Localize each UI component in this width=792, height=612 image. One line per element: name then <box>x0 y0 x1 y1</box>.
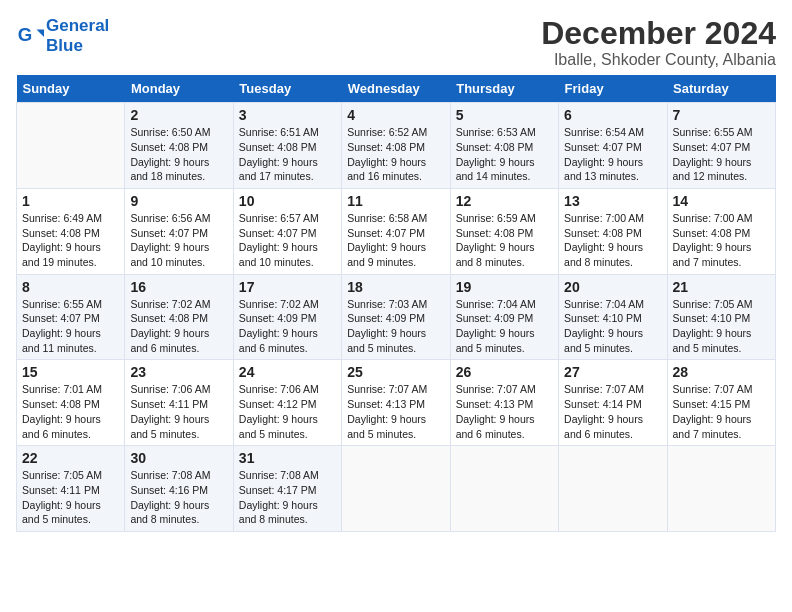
cell-text: Sunrise: 6:50 AMSunset: 4:08 PMDaylight:… <box>130 126 210 182</box>
col-thursday: Thursday <box>450 75 558 103</box>
table-cell <box>17 103 125 189</box>
day-number: 25 <box>347 364 444 380</box>
day-number: 11 <box>347 193 444 209</box>
col-sunday: Sunday <box>17 75 125 103</box>
col-wednesday: Wednesday <box>342 75 450 103</box>
table-cell: 10 Sunrise: 6:57 AMSunset: 4:07 PMDaylig… <box>233 188 341 274</box>
table-row: 22 Sunrise: 7:05 AMSunset: 4:11 PMDaylig… <box>17 446 776 532</box>
day-number: 22 <box>22 450 119 466</box>
table-cell: 17 Sunrise: 7:02 AMSunset: 4:09 PMDaylig… <box>233 274 341 360</box>
table-cell: 15 Sunrise: 7:01 AMSunset: 4:08 PMDaylig… <box>17 360 125 446</box>
cell-text: Sunrise: 7:07 AMSunset: 4:13 PMDaylight:… <box>456 383 536 439</box>
col-saturday: Saturday <box>667 75 775 103</box>
table-row: 8 Sunrise: 6:55 AMSunset: 4:07 PMDayligh… <box>17 274 776 360</box>
day-number: 5 <box>456 107 553 123</box>
table-cell <box>342 446 450 532</box>
table-cell: 13 Sunrise: 7:00 AMSunset: 4:08 PMDaylig… <box>559 188 667 274</box>
cell-text: Sunrise: 7:05 AMSunset: 4:11 PMDaylight:… <box>22 469 102 525</box>
cell-text: Sunrise: 7:07 AMSunset: 4:14 PMDaylight:… <box>564 383 644 439</box>
cell-text: Sunrise: 6:58 AMSunset: 4:07 PMDaylight:… <box>347 212 427 268</box>
day-number: 7 <box>673 107 770 123</box>
cell-text: Sunrise: 7:06 AMSunset: 4:11 PMDaylight:… <box>130 383 210 439</box>
table-cell: 31 Sunrise: 7:08 AMSunset: 4:17 PMDaylig… <box>233 446 341 532</box>
table-row: 1 Sunrise: 6:49 AMSunset: 4:08 PMDayligh… <box>17 188 776 274</box>
day-number: 10 <box>239 193 336 209</box>
header-row: Sunday Monday Tuesday Wednesday Thursday… <box>17 75 776 103</box>
cell-text: Sunrise: 7:01 AMSunset: 4:08 PMDaylight:… <box>22 383 102 439</box>
day-number: 14 <box>673 193 770 209</box>
title-block: December 2024 Iballe, Shkoder County, Al… <box>541 16 776 69</box>
svg-marker-1 <box>37 29 44 36</box>
table-row: 15 Sunrise: 7:01 AMSunset: 4:08 PMDaylig… <box>17 360 776 446</box>
table-cell: 2 Sunrise: 6:50 AMSunset: 4:08 PMDayligh… <box>125 103 233 189</box>
table-cell: 4 Sunrise: 6:52 AMSunset: 4:08 PMDayligh… <box>342 103 450 189</box>
cell-text: Sunrise: 6:57 AMSunset: 4:07 PMDaylight:… <box>239 212 319 268</box>
table-cell: 5 Sunrise: 6:53 AMSunset: 4:08 PMDayligh… <box>450 103 558 189</box>
col-monday: Monday <box>125 75 233 103</box>
logo: G General Blue <box>16 16 109 55</box>
logo-line2: Blue <box>46 36 109 56</box>
table-cell: 7 Sunrise: 6:55 AMSunset: 4:07 PMDayligh… <box>667 103 775 189</box>
main-container: G General Blue December 2024 Iballe, Shk… <box>0 0 792 540</box>
svg-text:G: G <box>18 23 33 44</box>
day-number: 6 <box>564 107 661 123</box>
cell-text: Sunrise: 6:49 AMSunset: 4:08 PMDaylight:… <box>22 212 102 268</box>
table-cell: 12 Sunrise: 6:59 AMSunset: 4:08 PMDaylig… <box>450 188 558 274</box>
day-number: 15 <box>22 364 119 380</box>
cell-text: Sunrise: 6:54 AMSunset: 4:07 PMDaylight:… <box>564 126 644 182</box>
cell-text: Sunrise: 6:55 AMSunset: 4:07 PMDaylight:… <box>673 126 753 182</box>
day-number: 16 <box>130 279 227 295</box>
day-number: 8 <box>22 279 119 295</box>
main-title: December 2024 <box>541 16 776 51</box>
logo-icon: G <box>16 22 44 50</box>
day-number: 2 <box>130 107 227 123</box>
day-number: 20 <box>564 279 661 295</box>
day-number: 26 <box>456 364 553 380</box>
day-number: 28 <box>673 364 770 380</box>
day-number: 27 <box>564 364 661 380</box>
day-number: 9 <box>130 193 227 209</box>
table-cell: 21 Sunrise: 7:05 AMSunset: 4:10 PMDaylig… <box>667 274 775 360</box>
table-row: 2 Sunrise: 6:50 AMSunset: 4:08 PMDayligh… <box>17 103 776 189</box>
calendar-body: 2 Sunrise: 6:50 AMSunset: 4:08 PMDayligh… <box>17 103 776 532</box>
day-number: 21 <box>673 279 770 295</box>
day-number: 4 <box>347 107 444 123</box>
cell-text: Sunrise: 7:04 AMSunset: 4:10 PMDaylight:… <box>564 298 644 354</box>
table-cell: 30 Sunrise: 7:08 AMSunset: 4:16 PMDaylig… <box>125 446 233 532</box>
table-cell: 6 Sunrise: 6:54 AMSunset: 4:07 PMDayligh… <box>559 103 667 189</box>
cell-text: Sunrise: 7:03 AMSunset: 4:09 PMDaylight:… <box>347 298 427 354</box>
cell-text: Sunrise: 7:08 AMSunset: 4:17 PMDaylight:… <box>239 469 319 525</box>
cell-text: Sunrise: 6:53 AMSunset: 4:08 PMDaylight:… <box>456 126 536 182</box>
table-cell: 26 Sunrise: 7:07 AMSunset: 4:13 PMDaylig… <box>450 360 558 446</box>
subtitle: Iballe, Shkoder County, Albania <box>541 51 776 69</box>
table-cell <box>667 446 775 532</box>
table-cell: 22 Sunrise: 7:05 AMSunset: 4:11 PMDaylig… <box>17 446 125 532</box>
day-number: 31 <box>239 450 336 466</box>
logo-line1: General <box>46 16 109 36</box>
cell-text: Sunrise: 7:07 AMSunset: 4:13 PMDaylight:… <box>347 383 427 439</box>
calendar-header: Sunday Monday Tuesday Wednesday Thursday… <box>17 75 776 103</box>
day-number: 17 <box>239 279 336 295</box>
table-cell: 23 Sunrise: 7:06 AMSunset: 4:11 PMDaylig… <box>125 360 233 446</box>
table-cell: 11 Sunrise: 6:58 AMSunset: 4:07 PMDaylig… <box>342 188 450 274</box>
table-cell: 24 Sunrise: 7:06 AMSunset: 4:12 PMDaylig… <box>233 360 341 446</box>
table-cell <box>559 446 667 532</box>
table-cell: 25 Sunrise: 7:07 AMSunset: 4:13 PMDaylig… <box>342 360 450 446</box>
table-cell: 19 Sunrise: 7:04 AMSunset: 4:09 PMDaylig… <box>450 274 558 360</box>
table-cell: 20 Sunrise: 7:04 AMSunset: 4:10 PMDaylig… <box>559 274 667 360</box>
header: G General Blue December 2024 Iballe, Shk… <box>16 16 776 69</box>
table-cell: 18 Sunrise: 7:03 AMSunset: 4:09 PMDaylig… <box>342 274 450 360</box>
cell-text: Sunrise: 7:05 AMSunset: 4:10 PMDaylight:… <box>673 298 753 354</box>
day-number: 24 <box>239 364 336 380</box>
cell-text: Sunrise: 6:55 AMSunset: 4:07 PMDaylight:… <box>22 298 102 354</box>
table-cell: 9 Sunrise: 6:56 AMSunset: 4:07 PMDayligh… <box>125 188 233 274</box>
table-cell: 14 Sunrise: 7:00 AMSunset: 4:08 PMDaylig… <box>667 188 775 274</box>
day-number: 3 <box>239 107 336 123</box>
day-number: 19 <box>456 279 553 295</box>
table-cell: 1 Sunrise: 6:49 AMSunset: 4:08 PMDayligh… <box>17 188 125 274</box>
cell-text: Sunrise: 7:04 AMSunset: 4:09 PMDaylight:… <box>456 298 536 354</box>
table-cell: 16 Sunrise: 7:02 AMSunset: 4:08 PMDaylig… <box>125 274 233 360</box>
cell-text: Sunrise: 7:07 AMSunset: 4:15 PMDaylight:… <box>673 383 753 439</box>
col-friday: Friday <box>559 75 667 103</box>
day-number: 18 <box>347 279 444 295</box>
